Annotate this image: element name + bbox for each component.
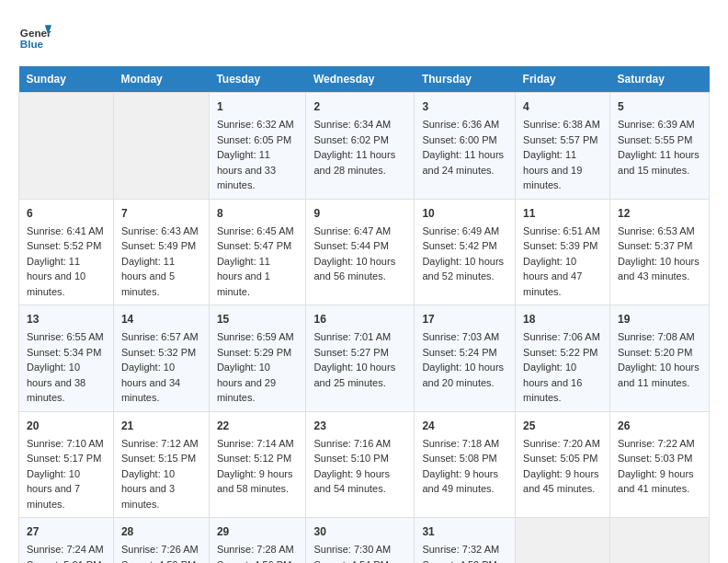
calendar-cell: 22Sunrise: 7:14 AMSunset: 5:12 PMDayligh… [209,411,306,518]
sunset-text: Sunset: 5:37 PM [618,238,701,254]
daylight-text: Daylight: 10 hours and 38 minutes. [27,360,106,406]
header-sunday: Sunday [19,66,114,93]
sunrise-text: Sunrise: 6:53 AM [618,224,701,239]
calendar-cell: 16Sunrise: 7:01 AMSunset: 5:27 PMDayligh… [306,305,415,412]
sunrise-text: Sunrise: 6:34 AM [313,117,406,132]
calendar-header-row: SundayMondayTuesdayWednesdayThursdayFrid… [19,66,710,93]
sunrise-text: Sunrise: 6:57 AM [121,329,201,345]
sunrise-text: Sunrise: 7:18 AM [422,436,507,452]
sunrise-text: Sunrise: 6:51 AM [523,224,602,239]
calendar-cell: 5Sunrise: 6:39 AMSunset: 5:55 PMDaylight… [610,93,710,200]
sunset-text: Sunset: 5:32 PM [121,345,201,361]
sunrise-text: Sunrise: 6:39 AM [618,117,701,132]
calendar-cell: 14Sunrise: 6:57 AMSunset: 5:32 PMDayligh… [113,305,209,412]
sunrise-text: Sunrise: 7:30 AM [313,542,406,557]
sunrise-text: Sunrise: 7:26 AM [121,542,201,557]
sunrise-text: Sunrise: 7:03 AM [422,329,507,345]
calendar-cell: 17Sunrise: 7:03 AMSunset: 5:24 PMDayligh… [415,305,516,412]
sunrise-text: Sunrise: 7:28 AM [217,542,299,557]
day-number: 22 [217,418,299,434]
logo: General Blue [18,18,51,52]
day-number: 12 [618,205,701,222]
header-monday: Monday [113,66,209,93]
day-number: 15 [217,311,299,327]
daylight-text: Daylight: 9 hours and 58 minutes. [217,466,299,497]
sunrise-text: Sunrise: 7:16 AM [313,436,406,452]
calendar-cell [113,93,209,200]
daylight-text: Daylight: 11 hours and 24 minutes. [422,147,507,178]
sunset-text: Sunset: 5:17 PM [27,451,106,466]
calendar-cell: 12Sunrise: 6:53 AMSunset: 5:37 PMDayligh… [610,199,710,305]
calendar-cell: 30Sunrise: 7:30 AMSunset: 4:54 PMDayligh… [306,518,415,564]
day-number: 3 [422,98,507,115]
calendar-cell: 4Sunrise: 6:38 AMSunset: 5:57 PMDaylight… [516,93,610,200]
sunset-text: Sunset: 5:12 PM [217,451,299,466]
sunrise-text: Sunrise: 6:47 AM [313,224,406,239]
day-number: 25 [523,418,602,434]
sunrise-text: Sunrise: 7:08 AM [618,329,701,345]
calendar-cell: 9Sunrise: 6:47 AMSunset: 5:44 PMDaylight… [306,199,415,305]
sunrise-text: Sunrise: 7:01 AM [313,329,406,345]
day-number: 13 [27,311,106,327]
sunset-text: Sunset: 5:08 PM [422,451,507,466]
header-friday: Friday [516,66,610,93]
sunrise-text: Sunrise: 7:06 AM [523,329,602,345]
header-wednesday: Wednesday [306,66,415,93]
header-thursday: Thursday [415,66,516,93]
day-number: 5 [618,98,701,115]
sunset-text: Sunset: 5:20 PM [618,345,701,361]
day-number: 27 [27,523,106,540]
day-number: 16 [313,311,406,327]
sunset-text: Sunset: 5:49 PM [121,238,201,254]
sunrise-text: Sunrise: 6:45 AM [217,224,299,239]
day-number: 23 [313,418,406,434]
sunset-text: Sunset: 5:52 PM [27,238,106,254]
header-saturday: Saturday [610,66,710,93]
calendar-cell: 8Sunrise: 6:45 AMSunset: 5:47 PMDaylight… [209,199,306,305]
daylight-text: Daylight: 10 hours and 20 minutes. [422,360,507,390]
sunrise-text: Sunrise: 6:41 AM [27,224,106,239]
day-number: 19 [618,311,701,327]
calendar-week-2: 6Sunrise: 6:41 AMSunset: 5:52 PMDaylight… [19,199,710,305]
daylight-text: Daylight: 10 hours and 34 minutes. [121,360,201,406]
calendar-cell: 21Sunrise: 7:12 AMSunset: 5:15 PMDayligh… [113,411,209,518]
sunset-text: Sunset: 5:39 PM [523,238,602,254]
sunset-text: Sunset: 5:55 PM [618,132,701,148]
sunset-text: Sunset: 5:10 PM [313,451,406,466]
calendar-cell: 1Sunrise: 6:32 AMSunset: 6:05 PMDaylight… [209,93,306,200]
calendar-cell: 11Sunrise: 6:51 AMSunset: 5:39 PMDayligh… [516,199,610,305]
daylight-text: Daylight: 11 hours and 15 minutes. [618,147,701,178]
calendar-cell: 29Sunrise: 7:28 AMSunset: 4:56 PMDayligh… [209,518,306,564]
sunrise-text: Sunrise: 6:55 AM [27,329,106,345]
sunset-text: Sunset: 4:56 PM [217,557,299,564]
header-tuesday: Tuesday [209,66,306,93]
day-number: 4 [523,98,602,115]
sunset-text: Sunset: 5:29 PM [217,345,299,361]
sunrise-text: Sunrise: 7:10 AM [27,436,106,452]
calendar-cell: 15Sunrise: 6:59 AMSunset: 5:29 PMDayligh… [209,305,306,412]
calendar-cell: 20Sunrise: 7:10 AMSunset: 5:17 PMDayligh… [19,411,114,518]
sunset-text: Sunset: 4:52 PM [422,557,507,564]
sunset-text: Sunset: 5:05 PM [523,451,602,466]
sunset-text: Sunset: 4:59 PM [121,557,201,564]
daylight-text: Daylight: 9 hours and 49 minutes. [422,466,507,497]
day-number: 10 [422,205,507,222]
calendar-week-4: 20Sunrise: 7:10 AMSunset: 5:17 PMDayligh… [19,411,710,518]
day-number: 29 [217,523,299,540]
calendar-week-5: 27Sunrise: 7:24 AMSunset: 5:01 PMDayligh… [19,518,710,564]
sunrise-text: Sunrise: 6:32 AM [217,117,299,132]
calendar-cell: 25Sunrise: 7:20 AMSunset: 5:05 PMDayligh… [516,411,610,518]
sunrise-text: Sunrise: 6:49 AM [422,224,507,239]
sunrise-text: Sunrise: 6:43 AM [121,224,201,239]
daylight-text: Daylight: 10 hours and 3 minutes. [121,466,201,512]
daylight-text: Daylight: 9 hours and 41 minutes. [618,466,701,497]
calendar-cell: 23Sunrise: 7:16 AMSunset: 5:10 PMDayligh… [306,411,415,518]
sunset-text: Sunset: 6:05 PM [217,132,299,148]
daylight-text: Daylight: 10 hours and 25 minutes. [313,360,406,390]
logo-icon: General Blue [18,18,51,52]
daylight-text: Daylight: 11 hours and 33 minutes. [217,147,299,193]
daylight-text: Daylight: 10 hours and 56 minutes. [313,254,406,284]
sunrise-text: Sunrise: 6:36 AM [422,117,507,132]
sunset-text: Sunset: 5:01 PM [27,557,106,564]
day-number: 17 [422,311,507,327]
